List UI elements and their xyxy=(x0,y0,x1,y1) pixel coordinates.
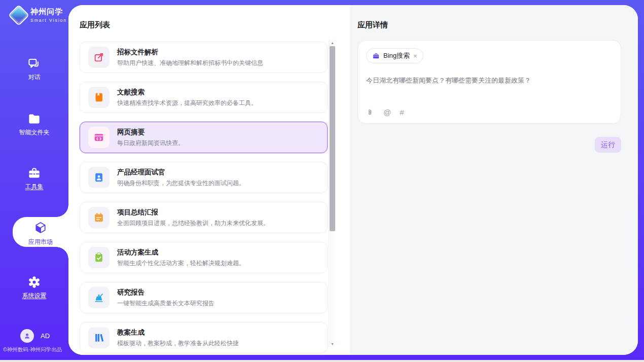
sidebar-item-app-market[interactable]: 应用市场 xyxy=(13,217,68,247)
mention-icon[interactable]: @ xyxy=(383,108,391,117)
query-text[interactable]: 今日湖北有哪些新闻要点？有哪些需要关注的最新政策？ xyxy=(366,76,613,85)
app-card-literature-search[interactable]: 文献搜索 快速精准查找学术资源，提高研究效率的必备工具。 xyxy=(80,82,328,113)
toolbox-icon xyxy=(27,166,41,180)
input-toolbar: @ # xyxy=(367,108,404,117)
app-card-pm-interviewer[interactable]: 产品经理面试官 明确身份和职责，为您提供专业性的面试问题。 xyxy=(80,162,328,193)
clipboard-check-icon xyxy=(88,247,110,268)
folder-icon xyxy=(27,112,41,126)
sidebar: 神州问学 Smart Vision 对话 智能文件夹 xyxy=(0,0,68,360)
sidebar-item-chat[interactable]: 对话 xyxy=(0,57,68,82)
sidebar-item-settings[interactable]: 系统设置 xyxy=(0,275,68,300)
brand-name: 神州问学 xyxy=(30,7,67,17)
app-card-bid-analysis[interactable]: 招标文件解析 帮助用户快速、准确地理解和解析招标书中的关键信息 xyxy=(80,42,328,73)
app-detail-title: 应用详情 xyxy=(357,20,621,30)
user-account[interactable]: AD xyxy=(20,329,50,343)
brand-logo: 神州问学 Smart Vision xyxy=(11,7,67,23)
tool-tag-label: Bing搜索 xyxy=(383,51,410,60)
sidebar-item-smart-folder[interactable]: 智能文件夹 xyxy=(0,112,68,137)
window-bottom-edge xyxy=(0,360,644,362)
books-icon xyxy=(88,327,110,348)
scroll-down-arrow-icon[interactable]: ▼ xyxy=(329,341,336,347)
browser-code-icon xyxy=(88,127,110,148)
avatar xyxy=(20,329,34,343)
calendar-icon xyxy=(88,207,110,228)
interview-icon xyxy=(88,167,110,188)
app-card-list: 招标文件解析 帮助用户快速、准确地理解和解析招标书中的关键信息 文献搜索 快速精… xyxy=(80,42,328,353)
main-content: 应用列表 招标文件解析 帮助用户快速、准确地理解和解析招标书中的关键信息 xyxy=(68,5,638,355)
chat-icon xyxy=(27,57,41,70)
scroll-up-arrow-icon[interactable]: ▲ xyxy=(329,40,336,46)
scrollbar-thumb[interactable] xyxy=(330,46,335,231)
app-card-web-summary[interactable]: 网页摘要 每日政府新闻资讯快查。 xyxy=(80,122,328,153)
brand-subtitle: Smart Vision xyxy=(30,18,67,23)
tag-close-icon[interactable]: × xyxy=(413,53,417,59)
run-button[interactable]: 运行 xyxy=(595,137,621,153)
app-card-lesson-plan[interactable]: 教案生成 模板驱动，教案秒成，教学准备从此轻松快捷 xyxy=(80,322,328,353)
app-list-scrollbar[interactable]: ▲ ▼ xyxy=(329,40,335,347)
person-icon xyxy=(23,332,31,340)
prompt-input-card[interactable]: Bing搜索 × 今日湖北有哪些新闻要点？有哪些需要关注的最新政策？ @ # xyxy=(357,40,621,124)
gear-icon xyxy=(27,275,41,289)
cube-icon xyxy=(34,221,47,234)
user-initials: AD xyxy=(41,332,50,340)
app-window: 神州问学 Smart Vision 对话 智能文件夹 xyxy=(0,0,644,362)
app-detail-panel: 应用详情 Bing搜索 × 今日湖北有哪些新闻要点？有哪些需要关注的最新政策？ xyxy=(350,5,638,355)
hash-icon[interactable]: # xyxy=(400,108,404,117)
app-card-research-report[interactable]: 研究报告 一键智能生成高质量长文本研究报告 xyxy=(80,282,328,313)
tool-tag-bing-search[interactable]: Bing搜索 × xyxy=(366,48,423,63)
app-card-project-summary[interactable]: 项目总结汇报 全面回顾项目进展，总结经验教训，助力未来优化发展。 xyxy=(80,202,328,233)
briefcase-icon xyxy=(372,52,380,60)
app-card-event-plan[interactable]: 活动方案生成 智能生成个性化活动方案，轻松解决规划难题。 xyxy=(80,242,328,273)
app-list-title: 应用列表 xyxy=(80,20,350,30)
app-list-panel: 应用列表 招标文件解析 帮助用户快速、准确地理解和解析招标书中的关键信息 xyxy=(68,5,350,355)
attachment-icon[interactable] xyxy=(367,108,375,117)
book-icon xyxy=(88,87,110,108)
sidebar-footer-text: ©神州数码·神州问学出品 xyxy=(3,346,68,353)
document-edit-icon xyxy=(88,47,110,68)
brand-diamond-icon xyxy=(8,4,29,25)
ink-report-icon xyxy=(88,287,110,308)
sidebar-item-toolbox[interactable]: 工具集 xyxy=(0,166,68,191)
